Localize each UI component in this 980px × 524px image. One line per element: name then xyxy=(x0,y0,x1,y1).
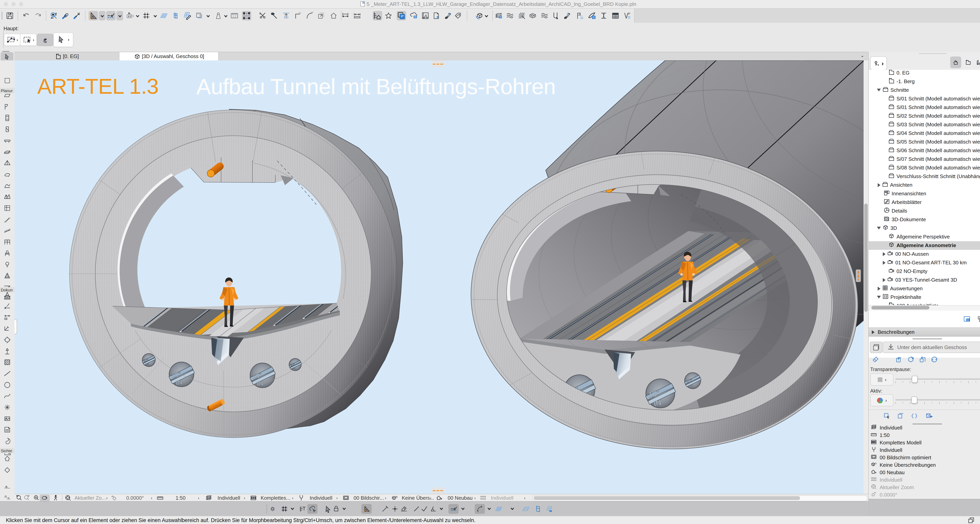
svg-text:XY: XY xyxy=(127,15,131,18)
svg-text:1 2: 1 2 xyxy=(232,15,236,18)
